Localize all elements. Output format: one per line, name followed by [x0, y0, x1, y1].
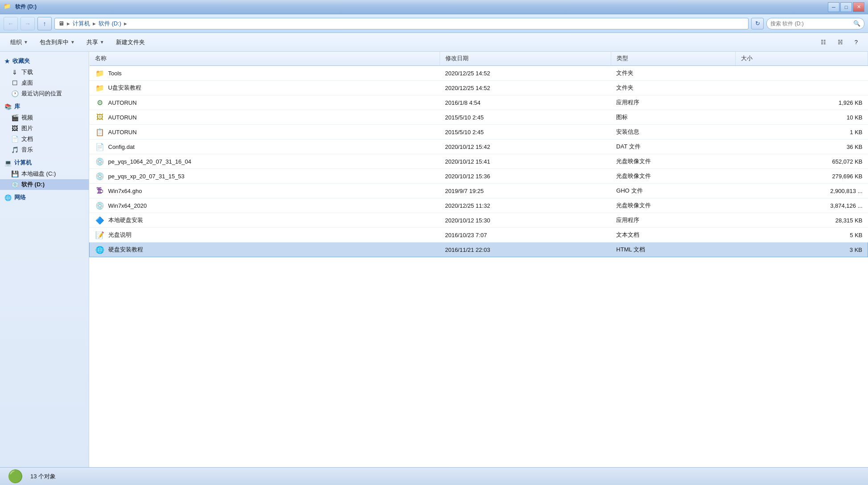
file-name: AUTORUN [108, 114, 137, 121]
sidebar-item-c-drive[interactable]: 💾 本地磁盘 (C:) [0, 169, 89, 179]
titlebar-left: 📁 软件 (D:) [4, 3, 37, 12]
file-type: 图标 [611, 110, 735, 125]
help-button[interactable]: ? [850, 36, 863, 49]
table-row[interactable]: 💿 pe_yqs_1064_20_07_31_16_04 2020/10/12 … [90, 154, 868, 169]
column-type[interactable]: 类型 [611, 52, 735, 66]
back-button[interactable]: ← [4, 17, 18, 30]
table-row[interactable]: 📁 Tools 2020/12/25 14:52 文件夹 [90, 66, 868, 81]
file-name-cell: 📁 U盘安装教程 [90, 81, 440, 95]
file-modified: 2020/12/25 14:52 [440, 81, 611, 95]
column-modified[interactable]: 修改日期 [440, 52, 611, 66]
file-modified: 2019/9/7 19:25 [440, 184, 611, 198]
search-bar: 🔍 [766, 18, 864, 29]
video-label: 视频 [21, 114, 33, 122]
computer-icon: 💻 [4, 160, 12, 166]
file-size: 5 KB [736, 228, 868, 242]
app-logo-icon: 🟢 [8, 469, 23, 484]
file-size: 1,926 KB [736, 95, 868, 110]
breadcrumb-home-icon: 🖥 [58, 20, 64, 27]
organize-label: 组织 [10, 38, 22, 46]
sidebar-item-pictures[interactable]: 🖼 图片 [0, 123, 89, 134]
view-button[interactable]: ☷ [816, 36, 831, 49]
desktop-icon: ☐ [11, 79, 19, 87]
downloads-label: 下载 [21, 68, 33, 76]
file-type: DAT 文件 [611, 140, 735, 154]
details-button[interactable]: ☵ [833, 36, 848, 49]
file-type: 安装信息 [611, 125, 735, 140]
search-input[interactable] [770, 21, 852, 27]
breadcrumb-computer[interactable]: 计算机 [73, 20, 90, 28]
file-type-icon: 🖼 [95, 112, 105, 122]
table-row[interactable]: 🌐 硬盘安装教程 2016/11/21 22:03 HTML 文档 3 KB [90, 242, 868, 257]
network-label: 网络 [14, 193, 26, 201]
sidebar-section-network-header[interactable]: 🌐 网络 [0, 192, 89, 203]
column-size[interactable]: 大小 [736, 52, 868, 66]
table-row[interactable]: 📁 U盘安装教程 2020/12/25 14:52 文件夹 [90, 81, 868, 95]
sidebar-item-desktop[interactable]: ☐ 桌面 [0, 78, 89, 88]
maximize-button[interactable]: □ [840, 2, 852, 12]
library-icon: 📚 [4, 103, 12, 110]
sidebar-section-library: 📚 库 🎬 视频 🖼 图片 📄 文档 🎵 音乐 [0, 101, 89, 155]
table-row[interactable]: 🗜 Win7x64.gho 2019/9/7 19:25 GHO 文件 2,90… [90, 184, 868, 198]
file-type: 光盘映像文件 [611, 169, 735, 184]
file-name: pe_yqs_1064_20_07_31_16_04 [108, 158, 192, 165]
column-name[interactable]: 名称 [90, 52, 440, 66]
organize-arrow-icon: ▼ [24, 40, 28, 45]
file-size: 28,315 KB [736, 213, 868, 228]
sidebar-item-music[interactable]: 🎵 音乐 [0, 144, 89, 155]
table-row[interactable]: 📄 Config.dat 2020/10/12 15:42 DAT 文件 36 … [90, 140, 868, 154]
sidebar-item-documents[interactable]: 📄 文档 [0, 134, 89, 144]
breadcrumb-sep-2: ► [92, 21, 97, 26]
new-folder-button[interactable]: 新建文件夹 [111, 36, 150, 49]
file-name: 硬盘安装教程 [108, 246, 143, 254]
close-button[interactable]: ✕ [853, 2, 864, 12]
organize-button[interactable]: 组织 ▼ [5, 36, 33, 49]
desktop-label: 桌面 [21, 79, 33, 87]
table-row[interactable]: 💿 pe_yqs_xp_20_07_31_15_53 2020/10/12 15… [90, 169, 868, 184]
file-size: 279,696 KB [736, 169, 868, 184]
file-type: 应用程序 [611, 213, 735, 228]
sidebar-section-favorites-header[interactable]: ★ 收藏夹 [0, 55, 89, 67]
music-icon: 🎵 [11, 146, 19, 154]
file-name-cell: 📄 Config.dat [90, 140, 440, 154]
table-row[interactable]: 📝 光盘说明 2016/10/23 7:07 文本文档 5 KB [90, 228, 868, 242]
music-label: 音乐 [21, 146, 33, 154]
sidebar-section-library-header[interactable]: 📚 库 [0, 101, 89, 112]
sidebar-item-recent[interactable]: 🕐 最近访问的位置 [0, 88, 89, 99]
sidebar-item-downloads[interactable]: ⇓ 下载 [0, 67, 89, 78]
file-modified: 2016/10/23 7:07 [440, 228, 611, 242]
sidebar-item-video[interactable]: 🎬 视频 [0, 112, 89, 123]
table-row[interactable]: 🔷 本地硬盘安装 2020/10/12 15:30 应用程序 28,315 KB [90, 213, 868, 228]
d-drive-label: 软件 (D:) [21, 181, 45, 189]
statusbar-app-icon: 🟢 [7, 469, 23, 485]
table-row[interactable]: 📋 AUTORUN 2015/5/10 2:45 安装信息 1 KB [90, 125, 868, 140]
file-modified: 2015/5/10 2:45 [440, 110, 611, 125]
sidebar-section-computer: 💻 计算机 💾 本地磁盘 (C:) 💿 软件 (D:) [0, 157, 89, 190]
forward-button[interactable]: → [21, 17, 35, 30]
file-name-cell: ⚙ AUTORUN [90, 95, 440, 110]
file-modified: 2020/12/25 11:32 [440, 198, 611, 213]
file-name: pe_yqs_xp_20_07_31_15_53 [108, 173, 185, 180]
include-button[interactable]: 包含到库中 ▼ [35, 36, 80, 49]
table-row[interactable]: 🖼 AUTORUN 2015/5/10 2:45 图标 10 KB [90, 110, 868, 125]
titlebar-controls: ─ □ ✕ [828, 2, 864, 12]
file-modified: 2020/10/12 15:36 [440, 169, 611, 184]
toolbar: 组织 ▼ 包含到库中 ▼ 共享 ▼ 新建文件夹 ☷ ☵ ? [0, 33, 868, 52]
up-button[interactable]: ↑ [37, 17, 52, 30]
sidebar-section-computer-header[interactable]: 💻 计算机 [0, 157, 89, 169]
file-modified: 2016/1/8 4:54 [440, 95, 611, 110]
table-row[interactable]: 💿 Win7x64_2020 2020/12/25 11:32 光盘映像文件 3… [90, 198, 868, 213]
breadcrumb-drive[interactable]: 软件 (D:) [99, 20, 121, 28]
video-icon: 🎬 [11, 114, 19, 122]
table-row[interactable]: ⚙ AUTORUN 2016/1/8 4:54 应用程序 1,926 KB [90, 95, 868, 110]
share-button[interactable]: 共享 ▼ [82, 36, 109, 49]
file-name-cell: 🌐 硬盘安装教程 [90, 242, 440, 257]
file-name-cell: 📁 Tools [90, 66, 440, 81]
refresh-button[interactable]: ↻ [751, 18, 764, 29]
minimize-button[interactable]: ─ [828, 2, 839, 12]
sidebar-item-d-drive[interactable]: 💿 软件 (D:) [0, 179, 89, 190]
window-icon: 📁 [4, 3, 12, 12]
computer-label: 计算机 [14, 159, 32, 167]
library-label: 库 [14, 103, 20, 111]
downloads-icon: ⇓ [11, 68, 19, 76]
